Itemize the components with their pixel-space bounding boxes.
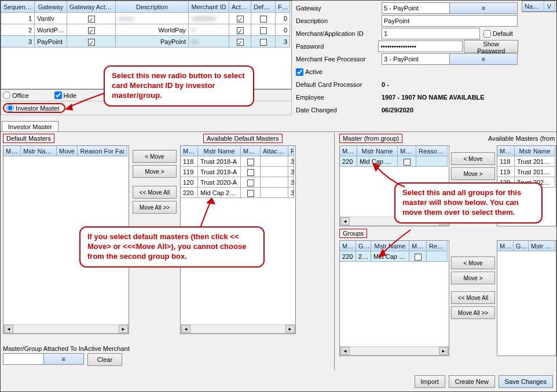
col-fee[interactable]: Fee — [276, 1, 290, 13]
description-label: Description — [295, 17, 382, 24]
move-all-left-button[interactable]: << Move All — [451, 291, 495, 304]
gateway-label: Gateway — [295, 5, 382, 12]
clear-button[interactable]: Clear — [87, 353, 122, 366]
password-label: Password — [295, 43, 378, 50]
default-masters-label: Default Masters — [3, 134, 54, 143]
show-password-button[interactable]: Show Password — [464, 40, 518, 53]
description-input[interactable] — [382, 15, 518, 27]
merchant-id-label: Merchant/Application ID — [295, 30, 382, 37]
merchant-id-input[interactable] — [382, 28, 480, 39]
col-active[interactable]: Active — [229, 1, 251, 13]
checkbox-icon[interactable] — [237, 39, 244, 46]
callout-3: Select this and all groups for this mast… — [394, 182, 543, 224]
checkbox-icon[interactable] — [237, 27, 244, 34]
callout-arrow-icon — [65, 93, 105, 116]
groups-label: Groups — [339, 229, 367, 238]
move-right-button[interactable]: Move > — [451, 272, 495, 284]
attach-combo[interactable]: ≡ — [3, 353, 84, 365]
checkbox-icon[interactable] — [260, 39, 267, 46]
employee-value: 1907 - 1907 NO NAME AVAILABLE — [382, 94, 518, 101]
attach-label: Master/Group Attached To InActive Mercha… — [3, 345, 130, 352]
scrollbar-horizontal[interactable]: ◄► — [181, 324, 295, 334]
col-sequence[interactable]: Sequence — [1, 1, 35, 13]
password-input[interactable] — [378, 41, 463, 52]
table-row[interactable]: 119Trust 2019-A — [497, 167, 556, 177]
dropdown-icon[interactable]: ≡ — [449, 54, 517, 64]
svg-marker-0 — [65, 104, 73, 111]
checkbox-icon[interactable] — [247, 190, 254, 197]
scrollbar-horizontal[interactable]: ◄► — [340, 346, 449, 356]
checkbox-icon[interactable] — [260, 27, 267, 34]
date-changed-label: Date Changed — [295, 107, 382, 113]
move-left-button[interactable]: < Move — [451, 257, 495, 269]
callout-arrow-icon — [371, 163, 412, 192]
callout-arrow-icon — [195, 197, 223, 229]
mfp-combo[interactable]: 3 - PayPoint≡ — [382, 53, 518, 65]
checkbox-icon[interactable] — [260, 16, 267, 23]
import-button[interactable]: Import — [415, 375, 445, 388]
dropdown-icon[interactable]: ≡ — [43, 354, 84, 364]
col-gateway[interactable]: Gateway — [35, 1, 67, 13]
gateway-row-selected[interactable]: 3 PayPoint PayPoint 12 3 — [1, 36, 291, 47]
office-radio[interactable]: Office — [3, 91, 29, 99]
move-left-button[interactable]: < Move — [133, 150, 177, 163]
scrollbar-horizontal[interactable]: ◄► — [3, 324, 129, 334]
move-left-button[interactable]: < Move — [451, 152, 495, 165]
investor-master-radio[interactable]: Investor Master — [3, 103, 65, 113]
table-row[interactable]: 220Mid Cap 20203 — [181, 188, 295, 198]
table-row[interactable]: 120Trust 2020-A3 — [181, 177, 295, 188]
move-right-button[interactable]: Move > — [133, 165, 177, 178]
scroll-left-icon: ◄ — [4, 325, 13, 333]
col-merchant-id[interactable]: Merchant ID — [189, 1, 229, 13]
create-new-button[interactable]: Create New — [449, 375, 495, 388]
scroll-right-icon: ► — [119, 325, 128, 333]
move-all-right-button[interactable]: Move All >> — [133, 201, 177, 214]
move-all-left-button[interactable]: << Move All — [133, 186, 177, 199]
callout-2: If you select default masters (then clic… — [79, 226, 265, 268]
avail-default-masters-label: Available Default Masters — [203, 134, 283, 143]
checkbox-icon[interactable] — [88, 16, 95, 23]
gateway-grid-header: Sequence Gateway Gateway Active Descript… — [1, 1, 291, 13]
save-changes-button[interactable]: Save Changes — [499, 375, 553, 388]
move-right-button[interactable]: Move > — [451, 167, 495, 180]
checkbox-icon[interactable] — [237, 16, 244, 23]
table-row[interactable]: 118Trust 2018-A3 — [181, 156, 295, 167]
far-right-grid[interactable]: NameV — [522, 1, 556, 12]
gateway-row[interactable]: 2 WorldPay WorldPay 3 0 — [1, 24, 291, 36]
active-checkbox[interactable]: Active — [296, 68, 323, 76]
employee-label: Employee — [295, 94, 382, 101]
dcp-label: Default Card Processor — [295, 81, 382, 88]
gateway-row[interactable]: 1 Vantiv xxxxx 1056069 0 — [1, 13, 291, 24]
checkbox-icon[interactable] — [247, 159, 254, 166]
date-changed-value: 06/29/2020 — [382, 107, 518, 113]
move-all-right-button[interactable]: Move All >> — [451, 306, 495, 319]
avail-groups-grid[interactable]: Mstr Grp Mstr Nam — [497, 240, 556, 356]
svg-marker-2 — [372, 163, 380, 172]
checkbox-icon[interactable] — [247, 169, 254, 176]
checkbox-icon[interactable] — [88, 27, 95, 34]
gateway-combo[interactable]: 5 - PayPoint≡ — [382, 2, 518, 14]
dropdown-icon[interactable]: ≡ — [449, 3, 517, 13]
svg-marker-3 — [378, 248, 386, 258]
dcp-value: 0 - — [382, 81, 518, 88]
col-description[interactable]: Description — [116, 1, 189, 13]
checkbox-icon[interactable] — [88, 39, 95, 46]
master-from-group-label: Master (from group) — [339, 134, 402, 143]
callout-1: Select this new radio button to select c… — [104, 65, 254, 107]
divider — [334, 133, 335, 370]
avail-masters-label: Available Masters (from — [488, 135, 555, 142]
mfp-label: Merchant Fee Processor — [295, 56, 382, 63]
default-checkbox[interactable]: Default — [483, 30, 513, 38]
callout-arrow-icon — [377, 230, 417, 259]
col-gateway-active[interactable]: Gateway Active — [67, 1, 116, 13]
table-row[interactable]: 119Trust 2019-A3 — [181, 167, 295, 177]
col-default[interactable]: Default — [251, 1, 276, 13]
svg-marker-1 — [206, 197, 215, 204]
tab-investor-master[interactable]: Investor Master — [2, 121, 58, 131]
table-row[interactable]: 118Trust 2018-A — [497, 156, 556, 167]
checkbox-icon[interactable] — [247, 179, 254, 186]
